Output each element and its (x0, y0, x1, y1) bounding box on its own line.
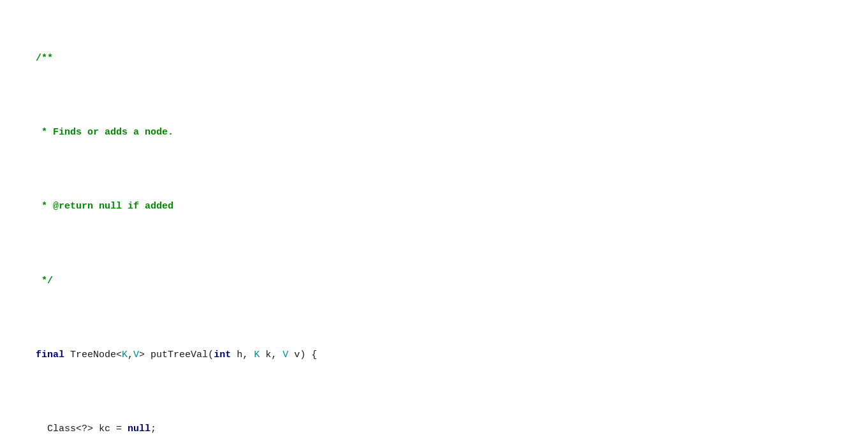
code-line-6: Class<?> kc = null; (13, 407, 855, 435)
code-line-4: */ (13, 258, 855, 303)
comment-close: */ (36, 276, 53, 286)
code-line-2: * Finds or adds a node. (13, 110, 855, 155)
comment-return: * @return null if added (36, 201, 173, 212)
code-block: /** * Finds or adds a node. * @return nu… (13, 6, 855, 435)
code-line-5: final TreeNode<K,V> putTreeVal(int h, K … (13, 333, 855, 378)
code-line-1: /** (13, 36, 855, 81)
kw-final: final (36, 350, 64, 360)
comment-open: /** (36, 53, 53, 64)
code-line-3: * @return null if added (13, 184, 855, 229)
comment-finds: * Finds or adds a node. (36, 127, 173, 138)
